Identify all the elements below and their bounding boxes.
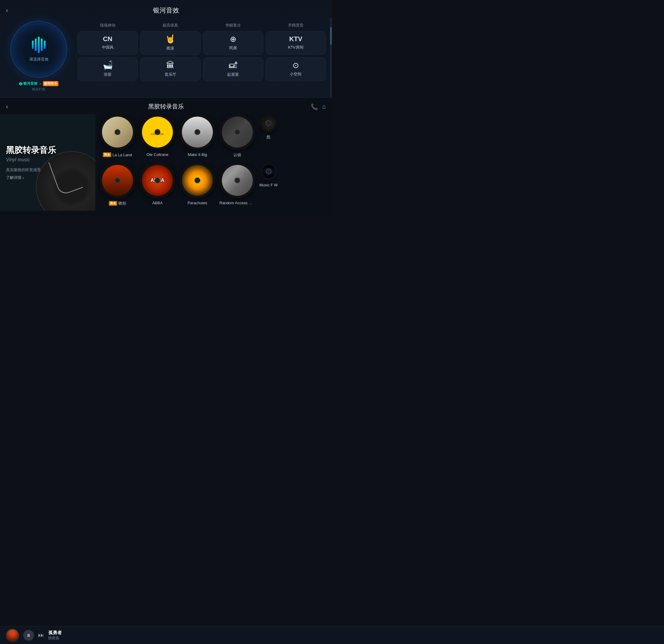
album-art-makeitbig <box>182 117 213 148</box>
album-disc-parachutes <box>180 163 215 198</box>
effect-icon-ktv: KTV <box>289 36 302 42</box>
brand-bar-1 <box>19 83 20 85</box>
brand-bars-icon <box>19 82 22 86</box>
album-center-ram <box>234 178 240 183</box>
bottom-icons: 📞 ⌂ <box>311 103 326 110</box>
vinyl-panel-subtitle: Vinyl music <box>6 157 30 163</box>
album-starwars[interactable]: STWA Music F W <box>260 163 277 206</box>
album-disc-rencuo <box>220 114 255 150</box>
vinyl-more-text: 了解详情 <box>6 175 21 180</box>
effects-top-row: 现场律动 超高保真 华丽复古 升阔宽音 <box>78 21 326 28</box>
album-person[interactable]: 限免 吻别 <box>100 163 136 206</box>
brand-bar-2 <box>20 82 21 86</box>
effect-folk[interactable]: ⊕ 民摇 <box>203 31 263 55</box>
album-name-row-coltrane: Ole Coltrane <box>147 152 168 157</box>
effect-top-label-1[interactable]: 超高保真 <box>140 21 200 28</box>
effect-top-label-0[interactable]: 现场律动 <box>78 21 138 28</box>
album-art-person <box>102 165 133 196</box>
album-center-coltrane <box>154 129 160 135</box>
album-name-makeitbig: Make It Big <box>188 152 207 157</box>
album-name-row-ram: Random Access Mem <box>220 201 255 205</box>
album-tag-laland: 限免 <box>103 152 111 157</box>
effect-bathroom[interactable]: 🛁 浴室 <box>78 57 138 81</box>
bottom-content: 黑胶转录音乐 Vinyl music 真实极致的听觉感受 了解详情 › lala… <box>0 114 332 211</box>
album-name-row-nu: 怒 <box>267 134 270 140</box>
album-disc-ram <box>220 163 255 198</box>
album-art-rencuo <box>222 117 253 148</box>
page-title: 银河音效 <box>153 6 179 15</box>
effects-row-2: 🛁 浴室 🏛 音乐厅 🛋 起居室 ⊙ 小空间 <box>78 57 326 81</box>
album-art-laland: laland <box>102 117 133 148</box>
album-laland[interactable]: laland 限免 La La Land <box>100 114 136 158</box>
brand-kw-text: 酷我音乐 <box>44 81 57 86</box>
effect-label-ktv: KTV房间 <box>288 45 303 50</box>
album-tag-person: 限免 <box>109 201 117 206</box>
effect-ktv[interactable]: KTV KTV房间 <box>266 31 326 55</box>
effect-hall[interactable]: 🏛 音乐厅 <box>140 57 200 81</box>
effect-icon-small: ⊙ <box>292 61 299 69</box>
album-art-abba: ABBA <box>142 165 173 196</box>
brand-logo: 银河音效 <box>19 81 38 86</box>
brand-sub: 联合打造 <box>32 87 45 91</box>
album-center-person <box>115 178 121 183</box>
album-name-row-rencuo: 认错 <box>233 152 241 158</box>
vinyl-panel-title: 黑胶转录音乐 <box>6 145 56 156</box>
album-center-rencuo <box>234 129 240 135</box>
phone-icon-button[interactable]: 📞 <box>311 103 318 110</box>
effect-top-label-3[interactable]: 升阔宽音 <box>266 21 326 28</box>
album-center-laland <box>115 129 121 135</box>
effect-small[interactable]: ⊙ 小空间 <box>266 57 326 81</box>
effect-top-label-2[interactable]: 华丽复古 <box>203 21 263 28</box>
album-center-abba <box>154 178 160 183</box>
album-disc-abba: ABBA <box>140 163 175 198</box>
viz-bar-3 <box>38 37 40 53</box>
album-rencuo[interactable]: 认错 <box>220 114 255 158</box>
viz-label: 请选择音效 <box>29 57 48 62</box>
album-nu[interactable]: 怒 <box>260 114 277 158</box>
effect-label-rock: 摇滚 <box>166 46 174 51</box>
bottom-back-button[interactable]: ‹ <box>6 103 8 111</box>
scrollbar[interactable] <box>330 18 332 98</box>
album-ram[interactable]: Random Access Mem <box>220 163 255 206</box>
effect-living[interactable]: 🛋 起居室 <box>203 57 263 81</box>
album-center-parachutes <box>194 178 200 183</box>
brand-kw: 酷我音乐 <box>43 81 59 86</box>
album-name-row-abba: ABBA <box>152 201 163 205</box>
brand-logo-text: 银河音效 <box>23 81 38 86</box>
album-art-starwars: STWA <box>262 165 275 178</box>
brand-bar-3 <box>21 83 22 85</box>
effect-icon-living: 🛋 <box>229 61 237 69</box>
album-abba[interactable]: ABBA ABBA <box>140 163 175 206</box>
album-center-starwars <box>266 168 272 174</box>
album-name-ram: Random Access Mem <box>220 201 255 205</box>
visualizer-circle: 请选择音效 <box>11 21 67 78</box>
home-icon-button[interactable]: ⌂ <box>322 103 326 110</box>
album-coltrane[interactable]: olecoltrane Ole Coltrane <box>140 114 175 158</box>
album-name-row-makeitbig: Make It Big <box>188 152 207 157</box>
album-disc-laland: laland <box>100 114 136 150</box>
visualizer-container: 请选择音效 银河音效 × 酷我音乐 联合打造 <box>6 21 71 91</box>
album-art-coltrane: olecoltrane <box>142 117 173 148</box>
album-parachutes[interactable]: Parachutes <box>180 163 215 206</box>
effect-label-bathroom: 浴室 <box>104 72 111 77</box>
viz-bar-4 <box>41 39 43 51</box>
viz-bar-1 <box>32 41 34 49</box>
back-button[interactable]: ‹ <box>6 6 8 14</box>
effects-row-1: CN 中国风 🤘 摇滚 ⊕ 民摇 KTV KTV房间 <box>78 31 326 55</box>
album-art-nu <box>262 117 275 130</box>
album-makeitbig[interactable]: Make It Big <box>180 114 215 158</box>
effect-icon-bathroom: 🛁 <box>103 61 113 69</box>
effect-icon-rock: 🤘 <box>165 35 175 43</box>
vinyl-more-button[interactable]: 了解详情 › <box>6 175 24 180</box>
albums-row-1: laland 限免 La La Land olecoltrane <box>98 114 329 158</box>
effect-rock[interactable]: 🤘 摇滚 <box>140 31 200 55</box>
effect-chinese[interactable]: CN 中国风 <box>78 31 138 55</box>
album-center-makeitbig <box>194 129 200 135</box>
album-name-person: 吻别 <box>118 201 126 206</box>
effect-icon-hall: 🏛 <box>166 61 174 69</box>
viz-bar-5 <box>44 41 46 49</box>
album-disc-person <box>100 163 136 198</box>
album-name-row-person: 限免 吻别 <box>109 201 126 206</box>
album-disc-makeitbig <box>180 114 215 150</box>
album-name-row-parachutes: Parachutes <box>188 201 207 205</box>
